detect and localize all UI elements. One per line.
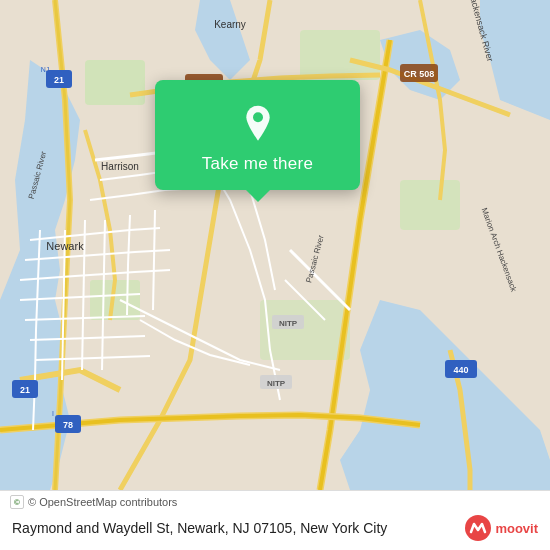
take-me-there-popup[interactable]: Take me there (155, 80, 360, 190)
svg-text:NJ: NJ (41, 66, 50, 73)
map-container: 21 NJ 21 78 I CR 507 CR 508 440 NITP NIT… (0, 0, 550, 490)
svg-text:NITP: NITP (267, 379, 286, 388)
svg-rect-4 (260, 300, 350, 360)
osm-logo-icon: © (10, 495, 24, 509)
moovit-logo: moovit (464, 514, 538, 542)
svg-rect-2 (300, 30, 380, 80)
svg-text:440: 440 (453, 365, 468, 375)
moovit-label: moovit (495, 521, 538, 536)
moovit-logo-icon (464, 514, 492, 542)
svg-rect-5 (400, 180, 460, 230)
bottom-bar: © © OpenStreetMap contributors Raymond a… (0, 490, 550, 550)
svg-text:Harrison: Harrison (101, 161, 139, 172)
svg-text:78: 78 (63, 420, 73, 430)
svg-text:NITP: NITP (279, 319, 298, 328)
osm-credit-text: © OpenStreetMap contributors (28, 496, 177, 508)
svg-text:CR 508: CR 508 (404, 69, 435, 79)
svg-text:21: 21 (54, 75, 64, 85)
svg-text:Kearny: Kearny (214, 19, 246, 30)
osm-credit: © © OpenStreetMap contributors (10, 495, 177, 509)
location-pin-icon (238, 104, 278, 144)
svg-text:I: I (52, 410, 54, 417)
svg-text:Newark: Newark (46, 240, 84, 252)
svg-text:21: 21 (20, 385, 30, 395)
svg-point-31 (253, 112, 263, 122)
take-me-there-button[interactable]: Take me there (202, 154, 314, 174)
svg-rect-1 (85, 60, 145, 105)
address-label: Raymond and Waydell St, Newark, NJ 07105… (12, 506, 538, 536)
